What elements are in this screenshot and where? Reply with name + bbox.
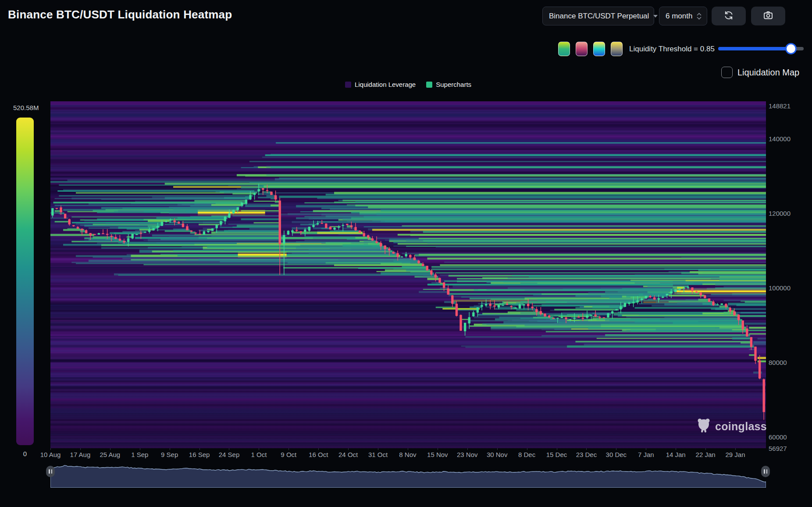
palette-swatch-cividis[interactable] xyxy=(611,42,623,56)
x-axis-label: 29 Jan xyxy=(725,451,745,458)
slider-thumb[interactable] xyxy=(785,43,797,54)
colorbar-max-label: 520.58M xyxy=(13,104,39,111)
pause-icon xyxy=(764,469,765,474)
x-axis-label: 23 Dec xyxy=(576,451,597,458)
symbol-select-label: Binance BTC/USDT Perpetual xyxy=(549,12,649,21)
x-axis-tick xyxy=(408,448,408,450)
y-axis-label: 100000 xyxy=(769,284,791,292)
x-axis-tick xyxy=(735,448,736,450)
x-axis-tick xyxy=(586,448,587,450)
x-axis-label: 9 Oct xyxy=(281,451,296,458)
x-axis-label: 15 Nov xyxy=(427,451,448,458)
pause-icon xyxy=(49,469,50,474)
x-axis-label: 1 Oct xyxy=(251,451,267,458)
x-axis-tick xyxy=(170,448,170,450)
updown-chevrons-icon xyxy=(697,13,702,20)
x-axis-tick xyxy=(527,448,527,450)
x-axis-tick xyxy=(616,448,616,450)
y-axis-label: 56927 xyxy=(769,445,787,452)
x-axis-tick xyxy=(378,448,378,450)
palette-swatch-ocean[interactable] xyxy=(593,42,605,56)
x-axis-label: 1 Sep xyxy=(131,451,148,458)
x-axis-tick xyxy=(110,448,110,450)
palette-swatch-magma[interactable] xyxy=(576,42,588,56)
legend-label: Liquidation Leverage xyxy=(355,81,416,88)
timeframe-select-label: 6 month xyxy=(666,12,692,21)
heatmap-canvas[interactable] xyxy=(50,101,766,448)
legend-label: Supercharts xyxy=(436,81,471,88)
x-axis-tick xyxy=(288,448,289,450)
x-axis-tick xyxy=(646,448,646,450)
x-axis-tick xyxy=(438,448,438,450)
threshold-label: Liquidity Threshold = 0.85 xyxy=(629,45,715,54)
x-axis-tick xyxy=(705,448,706,450)
x-axis-label: 22 Jan xyxy=(696,451,716,458)
palette-swatch-viridis[interactable] xyxy=(558,42,570,56)
x-axis-label: 31 Oct xyxy=(368,451,388,458)
x-axis-tick xyxy=(229,448,229,450)
symbol-select[interactable]: Binance BTC/USDT Perpetual xyxy=(542,7,654,25)
x-axis-label: 10 Aug xyxy=(40,451,61,458)
x-axis-label: 23 Nov xyxy=(457,451,478,458)
x-axis-tick xyxy=(140,448,140,450)
x-axis-label: 24 Sep xyxy=(219,451,240,458)
navigator-canvas[interactable] xyxy=(50,462,766,488)
refresh-icon xyxy=(723,10,734,22)
x-axis-label: 30 Nov xyxy=(487,451,508,458)
screenshot-button[interactable] xyxy=(751,7,785,25)
x-axis-tick xyxy=(50,448,51,450)
x-axis-tick xyxy=(80,448,81,450)
y-axis-label: 80000 xyxy=(769,359,787,366)
y-axis-label: 148821 xyxy=(769,102,791,110)
colorbar-min-label: 0 xyxy=(16,450,34,457)
x-axis-label: 16 Oct xyxy=(309,451,328,458)
x-axis-label: 15 Dec xyxy=(546,451,567,458)
nav-handle-left[interactable] xyxy=(46,466,55,477)
liquidation-map-checkbox[interactable] xyxy=(721,67,733,78)
x-axis-label: 8 Dec xyxy=(518,451,535,458)
y-axis-label: 60000 xyxy=(769,433,787,441)
coinglass-watermark: coinglass xyxy=(697,418,767,435)
x-axis-label: 7 Jan xyxy=(638,451,654,458)
x-axis-label: 17 Aug xyxy=(70,451,91,458)
caret-down-icon xyxy=(653,15,658,18)
slider-fill xyxy=(718,47,791,50)
threshold-slider[interactable] xyxy=(718,47,804,50)
x-axis-label: 25 Aug xyxy=(100,451,120,458)
legend-swatch-0 xyxy=(345,82,351,88)
x-axis-label: 8 Nov xyxy=(399,451,416,458)
coinglass-logo-icon xyxy=(697,418,711,435)
nav-handle-right[interactable] xyxy=(761,466,770,477)
x-axis-tick xyxy=(557,448,557,450)
colorbar xyxy=(16,118,34,445)
legend: Liquidation Leverage Supercharts xyxy=(50,81,766,88)
legend-swatch-1 xyxy=(426,82,432,88)
legend-item-supercharts[interactable]: Supercharts xyxy=(426,81,471,88)
x-axis-label: 24 Oct xyxy=(338,451,358,458)
refresh-button[interactable] xyxy=(712,7,746,25)
y-axis-label: 140000 xyxy=(769,135,791,143)
y-axis-label: 120000 xyxy=(769,210,791,217)
liquidation-map-label: Liquidation Map xyxy=(737,68,799,78)
x-axis-tick xyxy=(348,448,349,450)
x-axis-tick xyxy=(199,448,200,450)
legend-item-liquidation-leverage[interactable]: Liquidation Leverage xyxy=(345,81,416,88)
timeframe-select[interactable]: 6 month xyxy=(659,7,707,25)
watermark-text: coinglass xyxy=(715,420,767,433)
x-axis-tick xyxy=(497,448,498,450)
x-axis-tick xyxy=(259,448,259,450)
x-axis-label: 16 Sep xyxy=(189,451,210,458)
page-title: Binance BTC/USDT Liquidation Heatmap xyxy=(8,8,232,21)
x-axis-tick xyxy=(676,448,676,450)
x-axis-tick xyxy=(467,448,468,450)
camera-icon xyxy=(763,10,773,22)
x-axis-tick xyxy=(318,448,319,450)
x-axis-label: 9 Sep xyxy=(161,451,178,458)
x-axis-label: 14 Jan xyxy=(666,451,686,458)
x-axis-label: 30 Dec xyxy=(606,451,627,458)
